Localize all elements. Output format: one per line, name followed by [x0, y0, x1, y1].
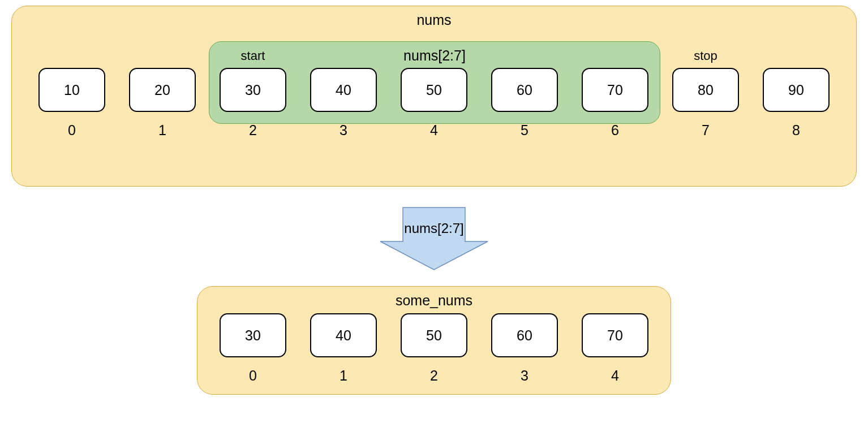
nums-cell-wrapper: 605 [491, 68, 558, 139]
some-nums-cell-wrapper: 603 [491, 313, 558, 384]
some-nums-cell: 50 [401, 313, 467, 357]
nums-cell: 40 [310, 68, 377, 112]
some-nums-cell: 30 [220, 313, 286, 357]
stop-label: stop [694, 49, 717, 63]
nums-cell-wrapper: 100 [38, 68, 105, 139]
some-nums-cell: 40 [310, 313, 377, 357]
nums-index: 5 [521, 122, 528, 139]
some-nums-index: 3 [521, 368, 528, 384]
slice-label: nums[2:7] [209, 47, 660, 64]
arrow-label: nums[2:7] [404, 221, 463, 236]
nums-container: nums nums[2:7] 100201start30240350460570… [11, 6, 857, 187]
some-nums-cell-wrapper: 502 [401, 313, 467, 384]
nums-cells-row: 100201start302403504605706stop807908 [23, 68, 845, 139]
nums-cell-wrapper: 403 [310, 68, 377, 139]
some-nums-cell: 70 [582, 313, 648, 357]
some-nums-cells-row: 300401502603704 [209, 313, 659, 384]
some-nums-cell-wrapper: 704 [582, 313, 648, 384]
nums-index: 2 [249, 122, 257, 139]
down-arrow-icon [369, 205, 499, 273]
nums-cell: 30 [220, 68, 286, 112]
some-nums-index: 4 [611, 368, 619, 384]
nums-index: 8 [792, 122, 800, 139]
nums-cell: 70 [582, 68, 648, 112]
some-nums-cell-wrapper: 300 [220, 313, 286, 384]
nums-cell-wrapper: stop807 [672, 68, 739, 139]
nums-cell: 90 [763, 68, 830, 112]
nums-cell: 60 [491, 68, 558, 112]
nums-index: 0 [68, 122, 76, 139]
some-nums-container: some_nums 300401502603704 [197, 286, 671, 395]
nums-cell-wrapper: 706 [582, 68, 648, 139]
some-nums-index: 1 [340, 368, 347, 384]
arrow-section: nums[2:7] [11, 205, 857, 273]
nums-index: 1 [158, 122, 166, 139]
nums-index: 3 [340, 122, 347, 139]
some-nums-index: 2 [430, 368, 438, 384]
start-label: start [241, 49, 265, 63]
nums-cell-wrapper: 504 [401, 68, 467, 139]
some-nums-title: some_nums [209, 292, 659, 309]
nums-cell: 80 [672, 68, 739, 112]
nums-cell: 10 [38, 68, 105, 112]
nums-cell: 50 [401, 68, 467, 112]
nums-index: 6 [611, 122, 619, 139]
nums-cell: 20 [129, 68, 196, 112]
nums-cell-wrapper: 201 [129, 68, 196, 139]
nums-index: 7 [702, 122, 710, 139]
nums-cell-wrapper: start302 [220, 68, 286, 139]
some-nums-index: 0 [249, 368, 257, 384]
some-nums-cell: 60 [491, 313, 558, 357]
some-nums-cell-wrapper: 401 [310, 313, 377, 384]
nums-index: 4 [430, 122, 438, 139]
svg-marker-0 [380, 208, 488, 270]
nums-title: nums [23, 12, 845, 28]
nums-cell-wrapper: 908 [763, 68, 830, 139]
